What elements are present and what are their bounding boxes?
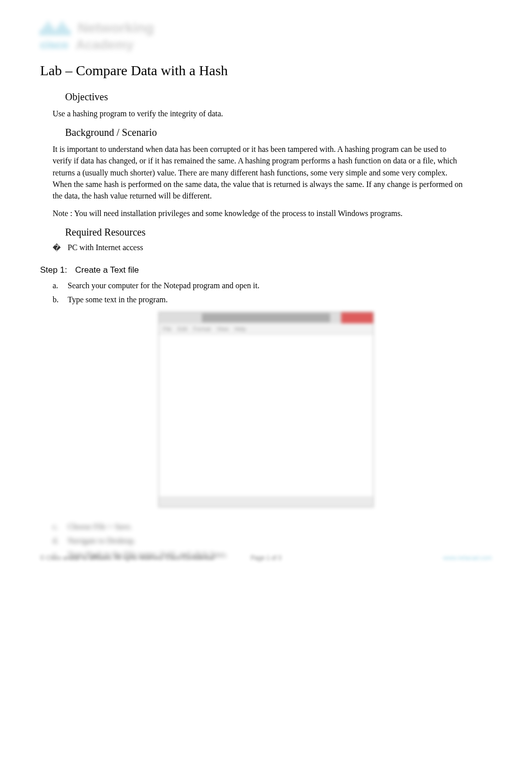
resource-text: PC with Internet access [68, 243, 143, 253]
list-marker: b. [53, 295, 68, 304]
step-label: Step 1: [40, 265, 75, 275]
objectives-text: Use a hashing program to verify the inte… [53, 108, 467, 119]
menu-item: File [163, 326, 172, 332]
list-item: c. Choose File > Save. [53, 522, 492, 531]
logo-text-cisco: cisco [40, 39, 68, 52]
cisco-logo-icon [40, 21, 70, 36]
list-item-text: Type some text in the program. [68, 295, 492, 304]
notepad-menubar: File Edit Format View Help [159, 323, 373, 334]
heading-background: Background / Scenario [65, 127, 492, 138]
footer-copyright: © Cisco and/or its affiliates. All right… [40, 554, 214, 561]
footer-page-number: Page 1 of 3 [250, 554, 281, 561]
list-marker: a. [53, 281, 68, 290]
notepad-statusbar [159, 497, 373, 507]
notepad-window: File Edit Format View Help [158, 312, 374, 507]
step-title: Create a Text file [75, 265, 492, 275]
list-item-text: Search your computer for the Notepad pro… [68, 281, 492, 290]
menu-item: View [217, 326, 229, 332]
logo-text-academy: Academy [76, 37, 134, 53]
notepad-body [159, 334, 373, 497]
list-item: d. Navigate to Desktop. [53, 536, 492, 545]
list-marker: c. [53, 522, 68, 531]
list-item-text: Navigate to Desktop. [68, 536, 492, 545]
list-marker: d. [53, 536, 68, 545]
footer-url: www.netacad.com [443, 554, 492, 561]
page-title: Lab – Compare Data with a Hash [40, 63, 492, 79]
document-page: Networking cisco Academy Lab – Compare D… [0, 0, 532, 576]
bullet-icon: � [53, 243, 68, 253]
menu-item: Help [234, 326, 246, 332]
list-item: a. Search your computer for the Notepad … [53, 281, 492, 290]
logo-text-networking: Networking [78, 20, 154, 36]
resource-item: � PC with Internet access [53, 243, 492, 253]
embedded-screenshot: File Edit Format View Help [40, 312, 492, 507]
menu-item: Edit [178, 326, 187, 332]
menu-item: Format [193, 326, 211, 332]
list-item-text: Choose File > Save. [68, 522, 492, 531]
heading-objectives: Objectives [65, 91, 492, 103]
list-item: b. Type some text in the program. [53, 295, 492, 304]
logo-area: Networking cisco Academy [40, 20, 492, 53]
notepad-titlebar [159, 312, 373, 323]
heading-resources: Required Resources [65, 227, 492, 238]
background-note: Note : You will need installation privil… [53, 208, 467, 219]
page-footer: © Cisco and/or its affiliates. All right… [40, 554, 492, 561]
step-heading: Step 1: Create a Text file [40, 265, 492, 275]
background-paragraph: It is important to understand when data … [53, 143, 467, 202]
